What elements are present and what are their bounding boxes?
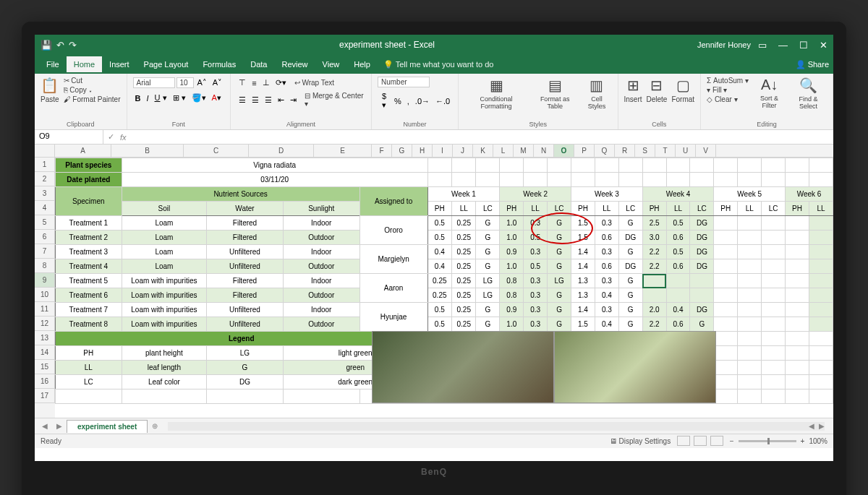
fill-button[interactable]: ▾ Fill ▾ bbox=[707, 86, 749, 94]
titlebar: 💾 ↶ ↷ experiment sheet - Excel Jennifer … bbox=[35, 35, 833, 55]
embedded-photos bbox=[372, 331, 716, 403]
tab-data[interactable]: Data bbox=[243, 56, 274, 72]
grow-font-button[interactable]: A˄ bbox=[195, 77, 209, 89]
maximize-icon[interactable]: ☐ bbox=[799, 40, 808, 51]
tab-home[interactable]: Home bbox=[67, 56, 102, 72]
menubar: File Home Insert Page Layout Formulas Da… bbox=[35, 55, 833, 74]
inc-decimal-button[interactable]: .0→ bbox=[413, 95, 432, 107]
font-size-select[interactable]: 10 bbox=[176, 77, 194, 88]
ribbon: 📋Paste ✂ Cut ⎘ Copy ▾ 🖌 Format Painter C… bbox=[35, 74, 833, 130]
format-table-button[interactable]: ▤Format as Table bbox=[532, 77, 577, 110]
save-icon[interactable]: 💾 bbox=[41, 40, 52, 51]
underline-button[interactable]: U ▾ bbox=[153, 92, 169, 104]
tab-help[interactable]: Help bbox=[346, 56, 378, 72]
align-right-button[interactable]: ☰ bbox=[263, 94, 274, 106]
find-select-button[interactable]: 🔍Find & Select bbox=[790, 77, 827, 110]
indent-inc-button[interactable]: ⇥ bbox=[288, 94, 299, 106]
photo-1[interactable] bbox=[372, 331, 554, 403]
column-headers[interactable]: ABCDEFGHIJKLMNOPQRSTUV bbox=[35, 145, 833, 158]
tab-page-layout[interactable]: Page Layout bbox=[137, 56, 196, 72]
page-break-view-button[interactable] bbox=[710, 436, 723, 446]
photo-2[interactable] bbox=[554, 331, 716, 403]
align-bottom-button[interactable]: ⊥ bbox=[260, 77, 272, 89]
align-center-button[interactable]: ☰ bbox=[250, 94, 261, 106]
normal-view-button[interactable] bbox=[677, 436, 690, 446]
autosum-button[interactable]: Σ AutoSum ▾ bbox=[707, 77, 749, 85]
fill-color-button[interactable]: 🪣▾ bbox=[190, 92, 208, 104]
zoom-in-button[interactable]: + bbox=[801, 437, 805, 445]
font-name-select[interactable]: Arial bbox=[133, 77, 175, 88]
format-cells-button[interactable]: ▢Format bbox=[671, 77, 694, 103]
tab-nav-next[interactable]: ▶ bbox=[52, 422, 67, 430]
align-top-button[interactable]: ⊤ bbox=[237, 77, 248, 89]
cell-styles-button[interactable]: ▥Cell Styles bbox=[582, 77, 611, 110]
dec-decimal-button[interactable]: ←.0 bbox=[433, 95, 452, 107]
zoom-out-button[interactable]: − bbox=[730, 437, 734, 445]
sort-filter-button[interactable]: A↓Sort & Filter bbox=[753, 77, 786, 109]
percent-button[interactable]: % bbox=[392, 95, 404, 107]
format-painter-button[interactable]: 🖌 Format Painter bbox=[64, 95, 121, 103]
minimize-icon[interactable]: — bbox=[778, 40, 788, 51]
monitor-brand: BenQ bbox=[35, 461, 833, 483]
align-middle-button[interactable]: ≡ bbox=[250, 77, 258, 89]
font-color-button[interactable]: A▾ bbox=[210, 92, 224, 104]
italic-button[interactable]: I bbox=[144, 92, 150, 104]
delete-cells-button[interactable]: ⊟Delete bbox=[647, 77, 668, 103]
merge-center-button[interactable]: ⊟ Merge & Center ▾ bbox=[305, 92, 365, 108]
page-layout-view-button[interactable] bbox=[694, 436, 707, 446]
tab-file[interactable]: File bbox=[39, 56, 67, 72]
bold-button[interactable]: B bbox=[133, 92, 143, 104]
tab-nav-prev[interactable]: ◀ bbox=[38, 422, 52, 430]
status-bar: Ready 🖥 Display Settings − + 100% bbox=[35, 434, 833, 448]
shrink-font-button[interactable]: A˅ bbox=[210, 77, 224, 89]
name-box[interactable]: O9 bbox=[35, 130, 103, 144]
tab-insert[interactable]: Insert bbox=[102, 56, 137, 72]
formula-bar[interactable]: ✓fx bbox=[103, 130, 833, 144]
redo-icon[interactable]: ↷ bbox=[69, 40, 77, 51]
close-icon[interactable]: ✕ bbox=[820, 40, 827, 51]
cond-format-button[interactable]: ▦Conditional Formatting bbox=[464, 77, 528, 110]
grid[interactable]: Plant speciesVigna radiataDate planted03… bbox=[55, 158, 833, 418]
copy-button[interactable]: ⎘ Copy ▾ bbox=[64, 86, 121, 94]
window-title: experiment sheet - Excel bbox=[77, 40, 697, 50]
tab-view[interactable]: View bbox=[315, 56, 347, 72]
sheet-tabs: ◀ ▶ experiment sheet ⊕ ◀ ▶ bbox=[35, 418, 833, 434]
status-ready: Ready bbox=[41, 437, 610, 445]
indent-dec-button[interactable]: ⇤ bbox=[276, 94, 286, 106]
sheet-tab-active[interactable]: experiment sheet bbox=[67, 420, 148, 433]
insert-cells-button[interactable]: ⊞Insert bbox=[624, 77, 642, 103]
align-left-button[interactable]: ☰ bbox=[237, 94, 248, 106]
tell-me[interactable]: 💡 Tell me what you want to do bbox=[383, 60, 494, 69]
ribbon-options-icon[interactable]: ▭ bbox=[758, 40, 767, 51]
tab-review[interactable]: Review bbox=[274, 56, 315, 72]
border-button[interactable]: ⊞ ▾ bbox=[171, 92, 188, 104]
row-headers[interactable]: 1234567891011121314151617 bbox=[35, 158, 55, 418]
horizontal-scroll[interactable]: ◀ ▶ bbox=[168, 422, 825, 431]
clear-button[interactable]: ◇ Clear ▾ bbox=[707, 95, 749, 103]
zoom-slider[interactable] bbox=[739, 440, 796, 442]
user-name[interactable]: Jennifer Honey bbox=[697, 40, 751, 49]
new-sheet-button[interactable]: ⊕ bbox=[148, 422, 162, 430]
share-button[interactable]: 👤 Share bbox=[796, 60, 829, 69]
wrap-text-button[interactable]: ↩ Wrap Text bbox=[294, 79, 334, 87]
comma-button[interactable]: , bbox=[405, 95, 412, 107]
undo-icon[interactable]: ↶ bbox=[56, 40, 64, 51]
paste-button[interactable]: 📋Paste bbox=[41, 77, 59, 103]
number-format-select[interactable]: Number bbox=[378, 77, 430, 87]
currency-button[interactable]: $ ▾ bbox=[378, 90, 391, 111]
orientation-button[interactable]: ⟳▾ bbox=[273, 77, 289, 89]
cut-button[interactable]: ✂ Cut bbox=[64, 77, 121, 85]
display-settings-button[interactable]: 🖥 Display Settings bbox=[610, 437, 671, 445]
zoom-level[interactable]: 100% bbox=[809, 437, 827, 445]
tab-formulas[interactable]: Formulas bbox=[195, 56, 243, 72]
